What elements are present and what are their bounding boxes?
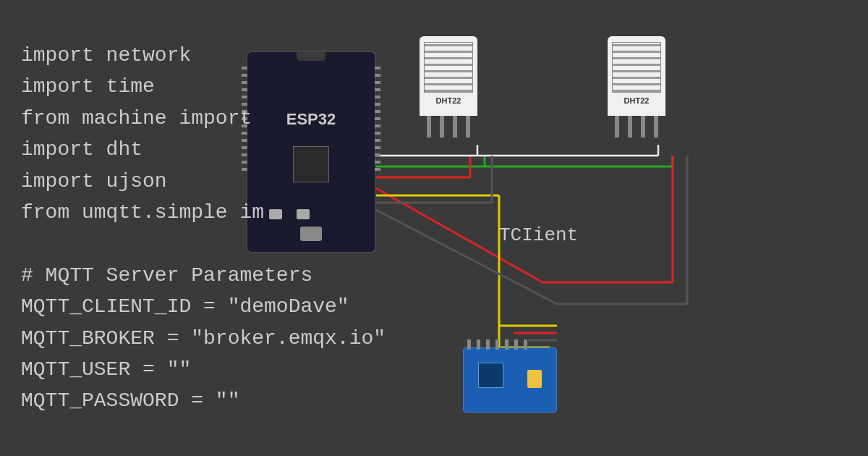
code-block: import network import time from machine … — [21, 40, 386, 417]
code-line-8: # MQTT Server Parameters — [21, 260, 386, 291]
code-line-9: MQTT_CLIENT_ID = "demoDave" — [21, 291, 386, 322]
sensor-module-component — [527, 370, 542, 388]
code-line-7 — [21, 228, 386, 259]
dht22-sensor-1: DHT22 — [420, 36, 477, 138]
dht22-grill-2 — [612, 42, 661, 93]
code-line-5: import ujson — [21, 166, 386, 197]
dht22-label-2: DHT22 — [624, 96, 650, 105]
mqtt-overlay-label: TCIient — [499, 224, 578, 246]
dht22-label-1: DHT22 — [436, 96, 461, 105]
code-line-12: MQTT_PASSWORD = "" — [21, 385, 386, 416]
code-line-11: MQTT_USER = "" — [21, 354, 386, 385]
code-line-6: from umqtt.simple im — [21, 197, 386, 228]
sensor-module — [463, 347, 557, 413]
code-line-10: MQTT_BROKER = "broker.emqx.io" — [21, 323, 386, 354]
code-line-4: import dht — [21, 134, 386, 165]
dht22-sensor-2: DHT22 — [608, 36, 665, 138]
dht22-grill-1 — [424, 42, 473, 93]
sensor-module-chip — [478, 363, 503, 388]
code-line-1: import network — [21, 40, 386, 71]
code-line-3: from machine import — [21, 103, 386, 134]
code-line-2: import time — [21, 71, 386, 102]
